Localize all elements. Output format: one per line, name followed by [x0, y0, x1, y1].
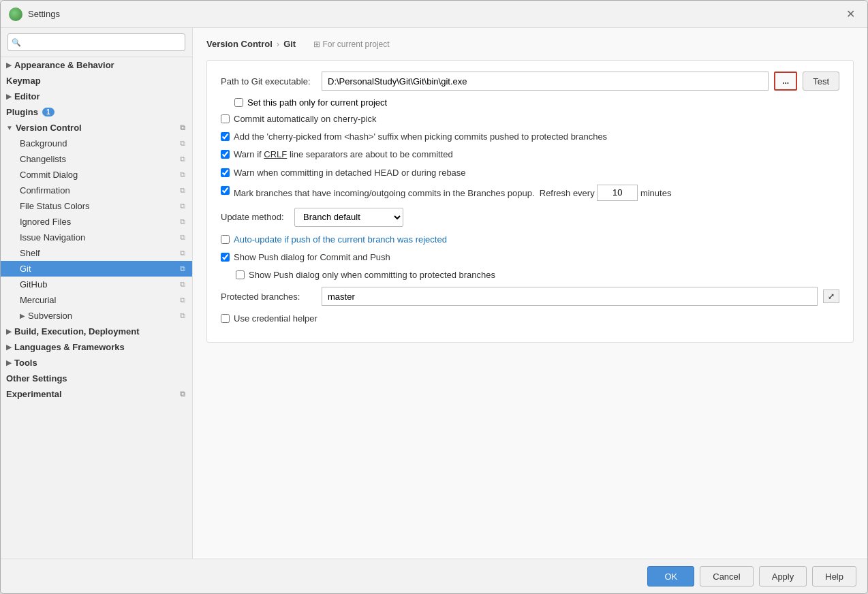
checkbox-commit-cherry[interactable]: [221, 114, 230, 123]
ok-button[interactable]: OK: [647, 566, 694, 587]
set-path-row: Set this path only for current project: [234, 97, 839, 108]
breadcrumb-parent: Version Control: [206, 39, 273, 49]
sidebar-item-experimental[interactable]: Experimental ⧉: [1, 386, 192, 402]
test-button[interactable]: Test: [803, 72, 839, 91]
sidebar-item-label: Background: [20, 138, 67, 148]
sidebar-item-label: Tools: [14, 358, 37, 368]
checkbox-show-push-only[interactable]: [236, 270, 245, 279]
titlebar: Settings ✕: [1, 1, 867, 28]
set-path-label: Set this path only for current project: [247, 97, 387, 108]
checkbox-cherry-suffix[interactable]: [221, 132, 230, 141]
close-button[interactable]: ✕: [842, 6, 859, 22]
sidebar-item-languages[interactable]: ▶ Languages & Frameworks: [1, 339, 192, 355]
checkbox-crlf[interactable]: [221, 150, 230, 159]
sidebar-item-git[interactable]: Git ⧉: [1, 261, 192, 277]
sidebar-item-github[interactable]: GitHub ⧉: [1, 277, 192, 292]
protected-input[interactable]: [322, 287, 818, 306]
breadcrumb-separator: ›: [277, 39, 279, 49]
sidebar-item-keymap[interactable]: Keymap: [1, 73, 192, 89]
checkbox-row-2: Add the 'cherry-picked from <hash>' suff…: [221, 131, 839, 143]
sidebar-item-background[interactable]: Background ⧉: [1, 136, 192, 151]
sidebar-item-label: GitHub: [20, 279, 47, 290]
sidebar-item-mercurial[interactable]: Mercurial ⧉: [1, 292, 192, 308]
path-input[interactable]: [322, 72, 769, 91]
breadcrumb: Version Control › Git ⊞ For current proj…: [206, 39, 854, 49]
sidebar-item-file-status-colors[interactable]: File Status Colors ⧉: [1, 198, 192, 214]
footer: OK Cancel Apply Help: [1, 559, 867, 593]
checkbox-label-9: Use credential helper: [234, 313, 317, 325]
sidebar-item-changelists[interactable]: Changelists ⧉: [1, 151, 192, 167]
checkbox-auto-update[interactable]: [221, 235, 230, 244]
settings-section: Path to Git executable: ... Test Set thi…: [206, 60, 854, 343]
sidebar-item-confirmation[interactable]: Confirmation ⧉: [1, 183, 192, 198]
main-content: ▶ Appearance & Behavior Keymap ▶ Editor …: [1, 28, 867, 559]
checkbox-row-7: Show Push dialog for Commit and Push: [221, 251, 839, 264]
sidebar-item-label: Ignored Files: [20, 217, 71, 227]
help-button[interactable]: Help: [812, 566, 856, 587]
checkbox-row-8: Show Push dialog only when committing to…: [221, 269, 839, 281]
sidebar-item-tools[interactable]: ▶ Tools: [1, 355, 192, 371]
sidebar-item-label: Keymap: [6, 76, 41, 86]
sidebar-item-label: File Status Colors: [20, 201, 90, 211]
sidebar-item-shelf[interactable]: Shelf ⧉: [1, 245, 192, 261]
set-path-checkbox[interactable]: [234, 98, 243, 107]
copy-icon: ⧉: [180, 311, 185, 320]
apply-button[interactable]: Apply: [759, 566, 807, 587]
crlf-underline: CRLF: [264, 149, 287, 159]
sidebar-item-label: Shelf: [20, 248, 40, 258]
browse-button[interactable]: ...: [774, 72, 797, 91]
checkbox-mark-branches[interactable]: [221, 186, 230, 195]
checkbox-label-7: Show Push dialog for Commit and Push: [234, 251, 390, 264]
breadcrumb-child: Git: [283, 39, 296, 49]
sidebar: ▶ Appearance & Behavior Keymap ▶ Editor …: [1, 28, 193, 559]
minutes-input[interactable]: [597, 185, 638, 201]
update-dropdown[interactable]: Branch default Merge Rebase: [294, 208, 403, 227]
sidebar-item-label: Experimental: [6, 389, 62, 399]
checkbox-credential[interactable]: [221, 314, 230, 323]
checkbox-row-9: Use credential helper: [221, 313, 839, 325]
sidebar-item-editor[interactable]: ▶ Editor: [1, 89, 192, 104]
copy-icon: ⧉: [180, 264, 185, 273]
search-input[interactable]: [7, 33, 185, 51]
sidebar-item-version-control[interactable]: ▼ Version Control ⧉: [1, 120, 192, 136]
sidebar-item-appearance[interactable]: ▶ Appearance & Behavior: [1, 57, 192, 73]
checkbox-label-1: Commit automatically on cherry-pick: [234, 113, 377, 125]
copy-icon: ⧉: [180, 123, 185, 132]
sidebar-item-ignored-files[interactable]: Ignored Files ⧉: [1, 214, 192, 230]
checkbox-label-2: Add the 'cherry-picked from <hash>' suff…: [234, 131, 607, 143]
sidebar-item-build[interactable]: ▶ Build, Execution, Deployment: [1, 324, 192, 339]
sidebar-item-label: Mercurial: [20, 295, 56, 305]
sidebar-item-issue-navigation[interactable]: Issue Navigation ⧉: [1, 230, 192, 245]
search-wrapper: [7, 33, 185, 51]
sidebar-item-commit-dialog[interactable]: Commit Dialog ⧉: [1, 167, 192, 183]
sidebar-item-label: Editor: [14, 91, 40, 101]
checkbox-row-4: Warn when committing in detached HEAD or…: [221, 167, 839, 179]
sidebar-item-label: Plugins: [6, 107, 38, 117]
checkbox-label-3: Warn if CRLF line separators are about t…: [234, 148, 453, 161]
sidebar-item-label: Subversion: [28, 311, 72, 321]
cancel-button[interactable]: Cancel: [700, 566, 753, 587]
arrow-icon: ▶: [6, 359, 12, 366]
sidebar-item-subversion[interactable]: ▶ Subversion ⧉: [1, 308, 192, 324]
sidebar-item-label: Commit Dialog: [20, 170, 78, 180]
update-label: Update method:: [221, 212, 289, 222]
checkbox-label-6: Auto-update if push of the current branc…: [234, 234, 447, 246]
settings-window: Settings ✕ ▶ Appearance & Behavior Keyma…: [0, 0, 868, 594]
checkbox-label-4: Warn when committing in detached HEAD or…: [234, 167, 466, 179]
checkbox-show-push[interactable]: [221, 253, 230, 262]
sidebar-item-label: Confirmation: [20, 185, 70, 196]
sidebar-item-label: Version Control: [16, 123, 82, 133]
expand-button[interactable]: ⤢: [823, 290, 839, 303]
copy-icon: ⧉: [180, 249, 185, 257]
sidebar-item-plugins[interactable]: Plugins 1: [1, 104, 192, 120]
copy-icon: ⧉: [180, 296, 185, 304]
sidebar-item-other[interactable]: Other Settings: [1, 371, 192, 386]
copy-icon: ⧉: [180, 217, 185, 226]
checkbox-label-5: Mark branches that have incoming/outgoin…: [234, 185, 671, 201]
update-method-row: Update method: Branch default Merge Reba…: [221, 208, 839, 227]
checkbox-row-6: Auto-update if push of the current branc…: [221, 234, 839, 246]
copy-icon: ⧉: [180, 186, 185, 195]
checkbox-detached-head[interactable]: [221, 168, 230, 177]
sidebar-item-label: Languages & Frameworks: [14, 342, 125, 352]
sidebar-item-label: Git: [20, 264, 31, 274]
